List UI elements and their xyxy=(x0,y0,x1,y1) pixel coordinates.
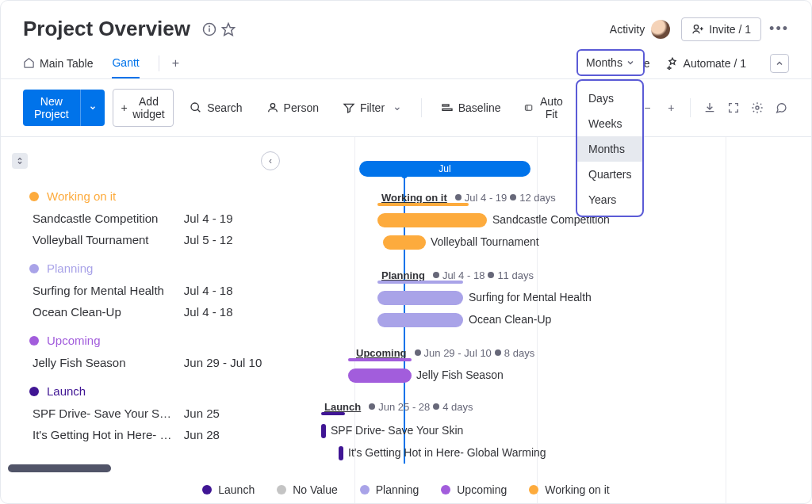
tab-gantt[interactable]: Gantt xyxy=(112,48,139,78)
new-project-button[interactable]: New Project xyxy=(23,90,80,126)
task-row[interactable]: It's Getting Hot in Here- Glob… Jun 28 xyxy=(29,424,286,445)
gantt-bar[interactable] xyxy=(377,291,463,305)
add-widget-button[interactable]: + Add widget xyxy=(113,89,174,127)
group-summary-bar[interactable] xyxy=(348,358,412,361)
activity-label[interactable]: Activity xyxy=(610,23,645,36)
group-summary: Launch Jun 25 - 28 4 days xyxy=(324,398,473,415)
task-name: SPF Drive- Save Your Skin xyxy=(33,407,173,420)
timescale-option-weeks[interactable]: Weeks xyxy=(577,111,642,136)
auto-fit-label: Auto Fit xyxy=(538,95,565,120)
task-name: It's Getting Hot in Here- Glob… xyxy=(33,428,173,441)
tab-main-table[interactable]: Main Table xyxy=(23,48,93,78)
task-row[interactable]: Ocean Clean-Up Jul 4 - 18 xyxy=(29,301,286,323)
comment-icon[interactable] xyxy=(773,96,789,120)
task-name: Jelly Fish Season xyxy=(33,356,173,369)
task-list-panel: ‹ Working on it Sandcastle Competition J… xyxy=(1,137,286,503)
export-icon[interactable] xyxy=(702,96,718,120)
fullscreen-icon[interactable] xyxy=(726,96,741,120)
group-header[interactable]: Planning xyxy=(29,255,286,280)
timescale-select[interactable]: Months xyxy=(576,49,645,76)
star-icon[interactable] xyxy=(220,21,236,37)
task-name: Surfing for Mental Health xyxy=(33,284,173,297)
timescale-option-years[interactable]: Years xyxy=(577,187,642,212)
dot-separator-icon xyxy=(510,194,516,200)
svg-point-4 xyxy=(695,25,699,29)
gantt-bar[interactable] xyxy=(383,235,426,250)
collapse-header-button[interactable] xyxy=(770,54,789,73)
collapse-panel-button[interactable]: ‹ xyxy=(261,151,280,170)
info-icon[interactable] xyxy=(201,21,217,37)
svg-rect-11 xyxy=(442,109,452,110)
person-button[interactable]: Person xyxy=(259,96,327,120)
group-summary-label: Launch xyxy=(324,401,361,413)
dot-separator-icon xyxy=(433,403,439,410)
person-label: Person xyxy=(284,101,319,114)
zoom-in-button[interactable]: + xyxy=(663,96,679,120)
svg-point-9 xyxy=(270,104,274,108)
timescale-option-quarters[interactable]: Quarters xyxy=(577,162,642,187)
group-summary-label: Upcoming xyxy=(356,347,407,359)
task-row[interactable]: Jelly Fish Season Jun 29 - Jul 10 xyxy=(29,352,286,373)
gantt-bar[interactable] xyxy=(339,446,343,460)
legend-item: Working on it xyxy=(529,483,609,496)
svg-point-14 xyxy=(756,106,759,109)
task-row[interactable]: Volleyball Tournament Jul 5 - 12 xyxy=(29,229,286,250)
task-row[interactable]: Surfing for Mental Health Jul 4 - 18 xyxy=(29,280,286,301)
group-summary-bar[interactable] xyxy=(377,203,469,206)
legend: Launch No Value Planning Upcoming Workin… xyxy=(0,483,812,496)
month-label: Jul xyxy=(359,161,530,177)
invite-button[interactable]: Invite / 1 xyxy=(681,17,761,41)
add-tab-button[interactable]: + xyxy=(159,55,179,71)
group-header[interactable]: Upcoming xyxy=(29,327,286,352)
legend-item: No Value xyxy=(277,483,338,496)
timescale-option-months[interactable]: Months xyxy=(577,136,642,162)
gantt-bar[interactable] xyxy=(348,368,412,383)
baseline-label: Baseline xyxy=(458,101,501,114)
task-date: Jul 5 - 12 xyxy=(184,233,286,246)
task-date: Jun 25 xyxy=(184,407,286,420)
svg-point-7 xyxy=(191,103,198,110)
auto-fit-button[interactable]: Auto Fit xyxy=(516,90,573,126)
gantt-bar-label: Ocean Clean-Up xyxy=(469,313,551,326)
collapse-all-button[interactable] xyxy=(12,153,28,169)
group-summary-duration: 11 days xyxy=(497,269,534,281)
filter-button[interactable]: Filter xyxy=(335,96,410,120)
group-summary-bar[interactable] xyxy=(321,412,345,415)
dot-separator-icon xyxy=(455,194,462,200)
group-summary-duration: 4 days xyxy=(442,401,473,413)
timescale-option-days[interactable]: Days xyxy=(577,86,642,111)
task-name: Volleyball Tournament xyxy=(33,233,173,246)
gantt-bar[interactable] xyxy=(377,213,487,227)
horizontal-scrollbar[interactable] xyxy=(8,464,111,472)
group-summary-label: Planning xyxy=(381,269,425,281)
dot-separator-icon xyxy=(415,349,421,356)
automate-button[interactable]: Automate / 1 xyxy=(666,57,746,70)
dot-separator-icon xyxy=(495,349,501,356)
svg-point-2 xyxy=(209,25,210,26)
settings-icon[interactable] xyxy=(749,96,765,120)
group-summary-bar[interactable] xyxy=(377,281,463,284)
invite-label: Invite / 1 xyxy=(709,23,751,36)
group-header[interactable]: Working on it xyxy=(29,183,286,208)
group-name: Planning xyxy=(47,262,93,275)
status-dot xyxy=(29,336,39,346)
add-widget-label: Add widget xyxy=(132,95,165,120)
group-header[interactable]: Launch xyxy=(29,378,286,403)
gantt-panel[interactable]: Jul Working on it Jul 4 - 19 12 days San… xyxy=(286,137,811,503)
svg-rect-12 xyxy=(526,105,532,111)
new-project-dropdown[interactable] xyxy=(80,90,105,126)
task-date: Jul 4 - 19 xyxy=(184,212,286,225)
task-row[interactable]: SPF Drive- Save Your Skin Jun 25 xyxy=(29,403,286,424)
dot-separator-icon xyxy=(369,403,375,410)
svg-line-8 xyxy=(197,109,200,112)
search-button[interactable]: Search xyxy=(182,96,250,120)
task-row[interactable]: Sandcastle Competition Jul 4 - 19 xyxy=(29,208,286,229)
group-summary-range: Jul 4 - 18 xyxy=(442,269,485,281)
avatar[interactable] xyxy=(651,20,670,39)
gantt-bar[interactable] xyxy=(321,424,326,438)
page-title: Project Overview xyxy=(23,17,190,41)
status-dot xyxy=(29,387,39,396)
baseline-button[interactable]: Baseline xyxy=(433,96,509,120)
gantt-bar[interactable] xyxy=(377,313,463,327)
more-menu-icon[interactable]: ••• xyxy=(769,21,789,37)
